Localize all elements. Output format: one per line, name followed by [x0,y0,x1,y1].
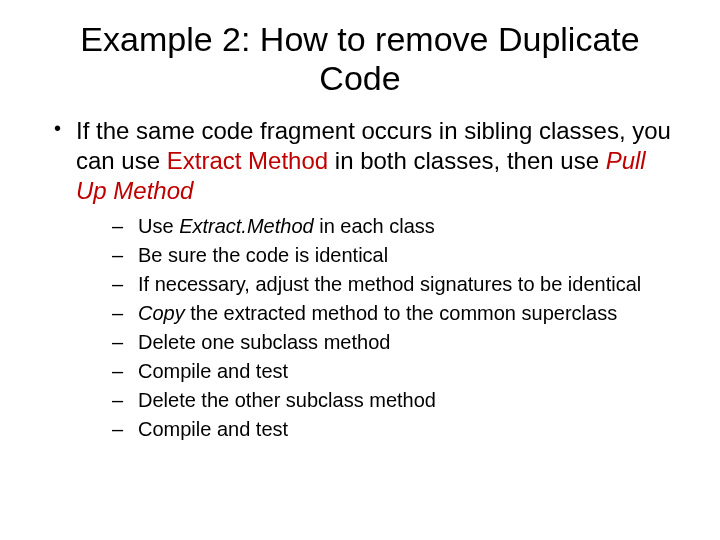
intro-bullet: If the same code fragment occurs in sibl… [50,116,680,444]
list-item: Copy the extracted method to the common … [112,299,680,328]
step-pre: Delete one subclass method [138,331,390,353]
list-item: Delete the other subclass method [112,386,680,415]
step-pre: Delete the other subclass method [138,389,436,411]
list-item: Be sure the code is identical [112,241,680,270]
list-item: Delete one subclass method [112,328,680,357]
intro-text-mid: in both classes, then use [328,147,606,174]
list-item: Compile and test [112,357,680,386]
intro-red-1: Extract Method [167,147,328,174]
slide-title: Example 2: How to remove Duplicate Code [60,20,660,98]
step-pre: If necessary, adjust the method signatur… [138,273,641,295]
step-pre: Compile and test [138,360,288,382]
step-em: Extract.Method [179,215,314,237]
bullet-list-level1: If the same code fragment occurs in sibl… [50,116,680,444]
slide: Example 2: How to remove Duplicate Code … [0,0,720,540]
step-pre: Use [138,215,179,237]
list-item: Compile and test [112,415,680,444]
bullet-list-level2: Use Extract.Method in each class Be sure… [112,212,680,444]
list-item: Use Extract.Method in each class [112,212,680,241]
step-post: the extracted method to the common super… [185,302,617,324]
step-pre: Be sure the code is identical [138,244,388,266]
list-item: If necessary, adjust the method signatur… [112,270,680,299]
step-post: in each class [314,215,435,237]
step-pre: Compile and test [138,418,288,440]
step-em: Copy [138,302,185,324]
